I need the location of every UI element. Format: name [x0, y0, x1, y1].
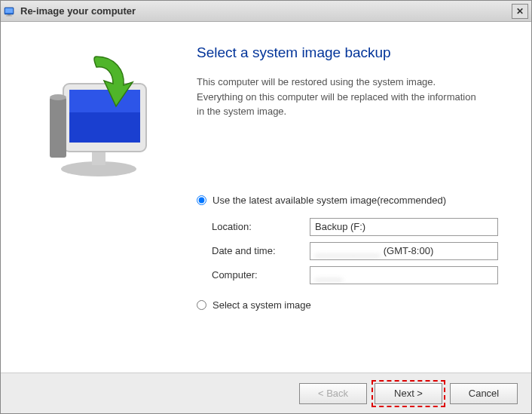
close-button[interactable]: ✕ [512, 4, 528, 19]
window-title: Re-image your computer [20, 5, 512, 17]
svg-rect-1 [5, 8, 13, 13]
latest-image-details: Location: Backup (F:) Date and time: ___… [212, 218, 509, 284]
radio-select-image[interactable] [197, 300, 206, 310]
svg-point-10 [50, 94, 66, 100]
datetime-label: Date and time: [212, 245, 310, 256]
option-select-image[interactable]: Select a system image [197, 299, 509, 311]
svg-rect-8 [69, 90, 140, 112]
field-computer: Computer: _____ [212, 266, 509, 284]
right-panel: Select a system image backup This comput… [189, 22, 531, 373]
svg-rect-3 [6, 15, 12, 16]
option-use-latest-label: Use the latest available system image(re… [212, 195, 446, 206]
svg-rect-9 [50, 97, 66, 158]
field-location: Location: Backup (F:) [212, 218, 509, 236]
app-icon [4, 5, 16, 17]
wizard-window: Re-image your computer ✕ [0, 0, 532, 414]
cancel-button[interactable]: Cancel [450, 383, 518, 404]
option-select-image-label: Select a system image [212, 299, 311, 311]
page-heading: Select a system image backup [197, 44, 509, 61]
option-use-latest[interactable]: Use the latest available system image(re… [197, 195, 509, 206]
computer-obscured: _____ [315, 269, 342, 281]
button-bar: < Back Next > Cancel [1, 373, 531, 413]
page-description: This computer will be restored using the… [197, 75, 483, 119]
titlebar: Re-image your computer ✕ [1, 1, 531, 22]
radio-use-latest[interactable] [197, 195, 206, 205]
location-label: Location: [212, 221, 310, 232]
back-button[interactable]: < Back [299, 383, 367, 404]
wizard-graphic [27, 52, 163, 180]
computer-label: Computer: [212, 269, 310, 281]
location-value: Backup (F:) [310, 218, 498, 236]
field-datetime: Date and time: ____________ (GMT-8:00) [212, 242, 509, 260]
content-area: Select a system image backup This comput… [1, 22, 531, 373]
left-panel [1, 22, 189, 373]
datetime-value: ____________ (GMT-8:00) [310, 242, 498, 260]
svg-rect-2 [8, 14, 11, 16]
computer-value: _____ [310, 266, 498, 284]
close-icon: ✕ [516, 6, 524, 17]
datetime-obscured: ____________ [315, 245, 381, 256]
next-button[interactable]: Next > [375, 383, 442, 404]
datetime-tz: (GMT-8:00) [384, 245, 433, 256]
